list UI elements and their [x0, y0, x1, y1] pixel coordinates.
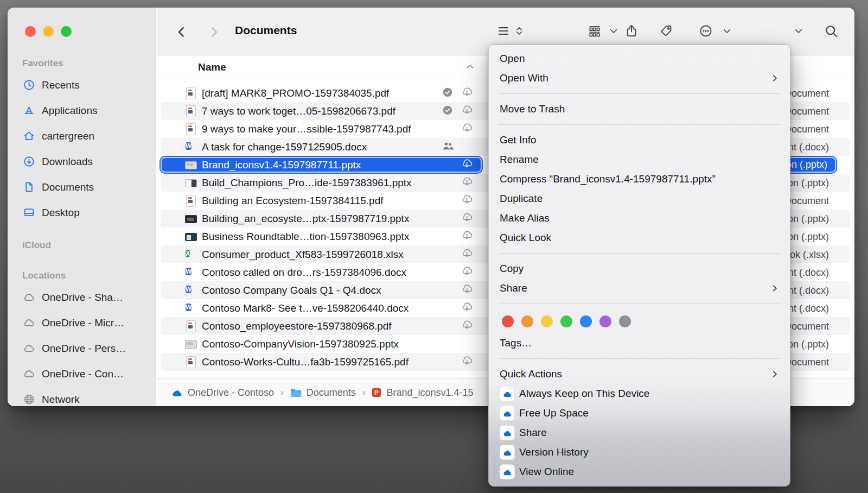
sidebar-item-cartergreen[interactable]: cartergreen	[8, 123, 156, 149]
tag-color-2[interactable]	[521, 315, 533, 327]
sidebar-item-onedrive-pers[interactable]: OneDrive - Pers…	[8, 336, 156, 361]
search-icon	[824, 24, 839, 41]
context-menu: OpenOpen WithMove to TrashGet InfoRename…	[488, 44, 790, 486]
sidebar-gap	[8, 225, 156, 240]
globe-icon	[22, 393, 35, 406]
cloud-download-icon	[459, 355, 474, 369]
tag-color-5[interactable]	[580, 315, 592, 327]
clock-icon	[22, 79, 35, 92]
breadcrumb-label: Brand_iconsv1.4-15	[386, 387, 473, 399]
share-button[interactable]	[624, 24, 639, 40]
menu-item-open[interactable]: Open	[489, 49, 790, 68]
sidebar-item-onedrive-sha[interactable]: OneDrive - Sha…	[8, 285, 156, 310]
menu-separator	[499, 253, 780, 254]
sidebar-gap	[8, 254, 156, 270]
pdf-icon	[184, 87, 197, 100]
tag-color-3[interactable]	[541, 315, 553, 327]
slide-dark-icon	[184, 212, 197, 225]
menu-item-make-alias[interactable]: Make Alias	[489, 208, 790, 228]
view-list-button[interactable]	[496, 24, 510, 40]
breadcrumb-onedrive-contoso[interactable]: OneDrive - Contoso	[171, 387, 274, 399]
sidebar-item-label: Applications	[42, 105, 97, 117]
menu-item-label: Duplicate	[500, 193, 542, 205]
menu-separator	[499, 304, 780, 304]
more-actions-chevron[interactable]	[722, 24, 732, 40]
file-name: Business Roundtable…tion-1597380963.pptx	[202, 231, 409, 243]
appstore-icon	[22, 104, 35, 117]
menu-item-label: Open With	[500, 72, 548, 84]
pdf-icon	[184, 356, 197, 369]
menu-separator	[499, 124, 780, 125]
search-button[interactable]	[824, 24, 839, 40]
menu-item-tags[interactable]: Tags…	[489, 333, 790, 353]
tag-color-6[interactable]	[599, 315, 611, 327]
column-header-name[interactable]: Name	[198, 61, 226, 73]
file-name: Building_an_ecosyste…ptx-1597987719.pptx	[202, 213, 409, 225]
menu-item-label: Version History	[519, 446, 589, 458]
sidebar-item-applications[interactable]: Applications	[8, 98, 156, 123]
forward-button[interactable]	[207, 24, 221, 40]
sort-ascending-icon[interactable]	[465, 62, 475, 74]
folder-icon	[290, 388, 302, 397]
column-divider	[482, 60, 482, 75]
menu-item-version-history[interactable]: Version History	[489, 443, 790, 462]
menu-item-open-with[interactable]: Open With	[489, 68, 790, 88]
breadcrumb-brand-iconsv1-4-15[interactable]: PBrand_iconsv1.4-15	[372, 387, 473, 399]
zoom-button[interactable]	[61, 26, 72, 37]
slide-teal-icon	[184, 230, 197, 243]
cloud-download-icon	[459, 86, 474, 100]
menu-item-free-up-space[interactable]: Free Up Space	[489, 403, 790, 423]
menu-item-view-online[interactable]: View Online	[489, 462, 790, 482]
sidebar-item-onedrive-micr[interactable]: OneDrive - Micr…	[8, 310, 156, 336]
tags-button[interactable]	[660, 24, 674, 40]
back-button[interactable]	[175, 24, 189, 40]
tag-color-7[interactable]	[619, 315, 631, 327]
file-name: Brand_iconsv1.4-1597987711.pptx	[202, 159, 361, 171]
selected-name-cell[interactable]: Brand_iconsv1.4-1597987711.pptx	[161, 157, 482, 173]
svg-text:P: P	[375, 389, 379, 396]
download-circle-icon	[22, 155, 35, 168]
menu-item-get-info[interactable]: Get Info	[489, 130, 790, 150]
menu-item-duplicate[interactable]: Duplicate	[489, 189, 790, 208]
sidebar-item-recents[interactable]: Recents	[8, 72, 156, 98]
menu-item-rename[interactable]: Rename	[489, 150, 790, 169]
menu-item-share[interactable]: Share	[489, 423, 790, 443]
menu-item-move-to-trash[interactable]: Move to Trash	[489, 99, 790, 119]
menu-item-quick-look[interactable]: Quick Look	[489, 228, 790, 248]
menu-item-always-keep-on-this-device[interactable]: Always Keep on This Device	[489, 384, 790, 403]
menu-item-copy[interactable]: Copy	[489, 259, 790, 279]
chevron-down-icon	[609, 26, 618, 38]
sidebar-item-label: Recents	[42, 79, 80, 91]
desktop-icon	[22, 206, 35, 219]
sidebar-item-network[interactable]: Network	[8, 387, 156, 406]
menu-item-label: Always Keep on This Device	[519, 388, 649, 400]
minimize-button[interactable]	[43, 26, 54, 37]
sidebar-item-documents[interactable]: Documents	[8, 174, 156, 200]
more-circle-icon	[699, 24, 713, 40]
close-button[interactable]	[25, 26, 36, 37]
breadcrumb-documents[interactable]: Documents	[290, 387, 356, 399]
word-icon: W	[184, 266, 197, 279]
sidebar-item-onedrive-con[interactable]: OneDrive - Con…	[8, 361, 156, 387]
sort-toggle[interactable]	[514, 24, 525, 40]
sidebar-item-desktop[interactable]: Desktop	[8, 200, 156, 225]
group-by-button[interactable]	[587, 24, 602, 40]
submenu-chevron-icon	[771, 285, 779, 293]
menu-item-quick-actions[interactable]: Quick Actions	[489, 364, 790, 384]
onedrive-badge-icon	[500, 445, 515, 460]
share-box-icon	[624, 24, 639, 40]
group-by-chevron[interactable]	[609, 24, 618, 40]
menu-item-share[interactable]: Share	[489, 279, 790, 298]
tag-color-4[interactable]	[560, 315, 572, 327]
menu-item-compress-brand-iconsv1-4-1597987711-pptx[interactable]: Compress “Brand_iconsv1.4-1597987711.ppt…	[489, 169, 790, 189]
chevron-down-icon	[794, 26, 803, 38]
menu-item-label: Share	[500, 282, 527, 294]
sidebar-section-label-icloud: iCloud	[22, 240, 156, 251]
sidebar-item-label: OneDrive - Pers…	[42, 343, 126, 355]
tag-color-1[interactable]	[502, 315, 514, 327]
sidebar-item-downloads[interactable]: Downloads	[8, 149, 156, 174]
menu-item-label: Tags…	[500, 337, 532, 349]
toolbar-overflow-chevron[interactable]	[794, 24, 803, 40]
menu-item-label: Quick Look	[500, 232, 551, 244]
more-actions-button[interactable]	[699, 24, 713, 40]
